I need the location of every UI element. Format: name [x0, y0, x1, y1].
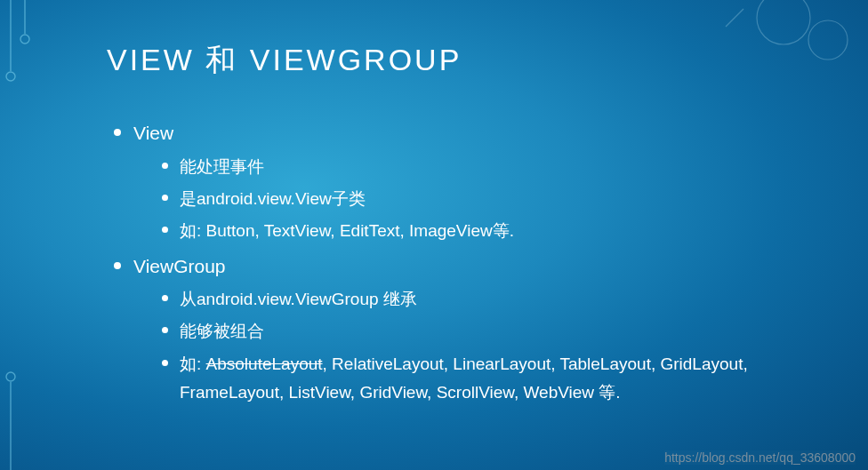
list-item: 是android.view.View子类 [162, 185, 815, 213]
item-text: 是android.view.View子类 [180, 189, 366, 208]
item-text: 从android.view.ViewGroup 继承 [180, 290, 417, 308]
svg-line-8 [726, 9, 743, 27]
list-item: 从android.view.ViewGroup 继承 [162, 285, 815, 314]
section-heading: View [133, 123, 173, 143]
list-item: 能够被组合 [162, 317, 815, 346]
slide-title: VIEW 和 VIEWGROUP [107, 40, 815, 81]
item-text: 如: Button, TextView, EditText, ImageView… [180, 221, 514, 240]
list-item: 能处理事件 [162, 153, 815, 181]
decoration-left [0, 0, 53, 470]
slide: VIEW 和 VIEWGROUP View 能处理事件 是android.vie… [0, 0, 868, 470]
svg-point-1 [6, 72, 15, 81]
svg-point-5 [6, 372, 15, 381]
section-heading: ViewGroup [133, 256, 226, 276]
list-item: ViewGroup 从android.view.ViewGroup 继承 能够被… [114, 251, 815, 408]
item-text: 能够被组合 [180, 322, 264, 340]
list-item: 如: AbsoluteLayout, RelativeLayout, Linea… [162, 350, 815, 408]
list-item: View 能处理事件 是android.view.View子类 如: Butto… [114, 118, 815, 246]
item-text: 能处理事件 [180, 157, 264, 176]
content-list: View 能处理事件 是android.view.View子类 如: Butto… [107, 118, 815, 407]
item-text-strike: AbsoluteLayout [206, 354, 323, 373]
watermark: https://blog.csdn.net/qq_33608000 [664, 450, 856, 465]
svg-point-6 [757, 0, 810, 44]
svg-point-3 [20, 35, 29, 44]
item-text-prefix: 如: [180, 354, 206, 373]
list-item: 如: Button, TextView, EditText, ImageView… [162, 217, 815, 245]
